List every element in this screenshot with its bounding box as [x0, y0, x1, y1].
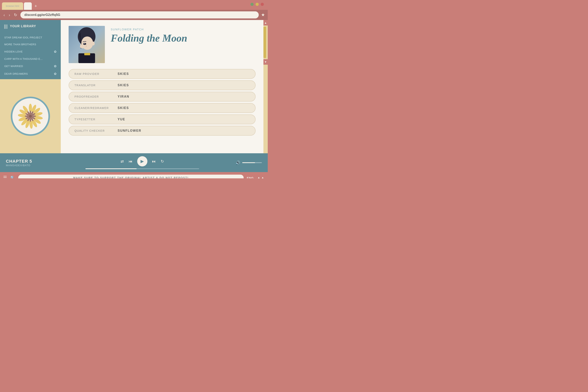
back-button[interactable]: ‹ [3, 12, 6, 18]
credits-table: RAW PROVIDER SKIES TRANSLATOR SKIES PROO… [68, 69, 256, 136]
status-message: MAKE SURE TO SUPPORT THE ORIGINAL ARTIST… [18, 175, 244, 178]
cover-illustration [68, 26, 105, 63]
status-bar: ☰ 🔍 MAKE SURE TO SUPPORT THE ORIGINAL AR… [0, 172, 268, 178]
credit-name-typesetter: YUE [118, 118, 125, 121]
shuffle-button[interactable]: ⇄ [120, 159, 124, 164]
sidebar: ||| YOUR LIBRARY STAR DREAM IDOL PROJECT… [0, 20, 61, 153]
address-input[interactable] [20, 11, 259, 18]
sidebar-list: STAR DREAM IDOL PROJECT MORE THAN BROTHE… [0, 32, 61, 79]
player-bar: CHAPTER 5 MANGADEX/BATO ⇄ ⏮ ▶ ⏭ ↻ 🔊 [0, 153, 268, 172]
volume-icon: 🔊 [236, 160, 240, 165]
refresh-button[interactable]: ↻ [13, 12, 18, 18]
controls-row: ⇄ ⏮ ▶ ⏭ ↻ [120, 156, 164, 166]
sidebar-item-label: CARP WITH A THOUSAND E... [4, 58, 43, 60]
repeat-button[interactable]: ↻ [161, 159, 164, 164]
credit-name-cleaner: SKIES [118, 106, 129, 110]
svg-point-26 [29, 115, 32, 118]
maximize-button[interactable] [256, 3, 259, 6]
heart-icon: ✿ [54, 64, 57, 68]
credit-name-translator: SKIES [118, 84, 129, 87]
content-panel: SUNFLOWER PATCH Folding the Moon RAW PRO… [61, 20, 264, 153]
sidebar-item-more-than[interactable]: MORE THAN BROTHERS [0, 41, 61, 48]
credit-row-typesetter: TYPESETTER YUE [68, 114, 256, 124]
manga-info: SUNFLOWER PATCH Folding the Moon [111, 26, 256, 63]
browser-window: browser.html + ‹ › ↻ ★ ||| YOUR LIBRARY [0, 0, 268, 178]
svg-point-34 [92, 42, 95, 46]
heart-icon: ✿ [54, 50, 57, 54]
sidebar-item-dear-dreamers[interactable]: DEAR DREAMERS ✿ [0, 70, 61, 78]
credit-row-translator: TRANSLATOR SKIES [68, 80, 256, 90]
sidebar-item-label: HIDDEN LOVE [4, 50, 23, 53]
credit-row-proofreader: PROOFREADER YIRAN [68, 92, 256, 102]
credit-name-proofreader: YIRAN [118, 95, 129, 98]
flower-svg [17, 102, 44, 130]
svg-rect-35 [84, 53, 90, 55]
previous-button[interactable]: ⏮ [128, 159, 132, 164]
tab-inactive[interactable]: browser.html [2, 2, 23, 10]
player-platform: MANGADEX/BATO [6, 164, 49, 167]
volume-area: 🔊 [236, 160, 262, 165]
window-controls [250, 3, 264, 6]
svg-point-30 [83, 43, 86, 45]
progress-bar[interactable] [86, 168, 199, 169]
credit-name-raw: SKIES [118, 72, 129, 76]
tab-active[interactable] [24, 2, 32, 10]
volume-slider[interactable] [242, 162, 262, 163]
player-info: CHAPTER 5 MANGADEX/BATO [6, 159, 49, 167]
scroll-thumb[interactable] [264, 27, 266, 58]
menu-button[interactable]: ☰ [3, 175, 7, 178]
forward-button[interactable]: › [8, 12, 11, 18]
credit-role-qc: QUALITY CHECKER [74, 129, 118, 132]
sidebar-item-carp[interactable]: CARP WITH A THOUSAND E... [0, 56, 61, 62]
search-button[interactable]: 🔍 [10, 176, 15, 178]
language-selector[interactable]: ENG [247, 176, 254, 178]
credit-row-raw: RAW PROVIDER SKIES [68, 69, 256, 79]
close-button[interactable] [261, 3, 264, 6]
wifi-icon: ▲▲ [257, 176, 264, 178]
sidebar-item-hidden-love[interactable]: HIDDEN LOVE ✿ [0, 48, 61, 56]
sidebar-item-star-dream[interactable]: STAR DREAM IDOL PROJECT [0, 34, 61, 41]
progress-fill [86, 168, 136, 169]
sidebar-item-label: GET MARRIED [4, 65, 23, 68]
credit-role-cleaner: CLEANER/REDRAWER [74, 106, 118, 110]
sidebar-flower-area [0, 79, 61, 153]
credit-role-raw: RAW PROVIDER [74, 72, 118, 76]
credit-name-qc: SUNFLOWER [118, 129, 141, 132]
scroll-up-button[interactable]: ▲ [264, 20, 268, 26]
bookmark-button[interactable]: ★ [261, 12, 265, 18]
sidebar-item-get-married[interactable]: GET MARRIED ✿ [0, 62, 61, 70]
sidebar-header: ||| YOUR LIBRARY [0, 20, 61, 32]
flower-logo [11, 97, 50, 136]
play-button[interactable]: ▶ [137, 156, 148, 166]
manga-header: SUNFLOWER PATCH Folding the Moon [68, 26, 256, 63]
credit-role-proofreader: PROOFREADER [74, 95, 118, 98]
manga-label: SUNFLOWER PATCH [111, 28, 256, 31]
minimize-button[interactable] [250, 3, 254, 6]
credit-row-qc: QUALITY CHECKER SUNFLOWER [68, 126, 256, 136]
sidebar-item-label: MORE THAN BROTHERS [4, 43, 36, 46]
scroll-down-button[interactable]: ▼ [264, 59, 268, 65]
tab-label: browser.html [6, 5, 19, 8]
volume-fill [242, 162, 255, 163]
main-area: ||| YOUR LIBRARY STAR DREAM IDOL PROJECT… [0, 20, 268, 153]
heart-icon: ✿ [54, 72, 57, 76]
sidebar-title: YOUR LIBRARY [10, 24, 36, 28]
tab-bar: browser.html + [0, 0, 268, 10]
scrollbar: ▲ ▼ [264, 20, 268, 153]
manga-title: Folding the Moon [111, 32, 256, 44]
manga-cover [68, 26, 105, 63]
player-chapter: CHAPTER 5 [6, 159, 49, 164]
player-controls: ⇄ ⏮ ▶ ⏭ ↻ [53, 156, 232, 169]
new-tab-button[interactable]: + [32, 2, 39, 10]
next-button[interactable]: ⏭ [152, 159, 156, 164]
sidebar-item-label: STAR DREAM IDOL PROJECT [4, 36, 42, 39]
library-icon: ||| [4, 24, 8, 29]
sidebar-item-label: DEAR DREAMERS [4, 72, 28, 75]
credit-row-cleaner: CLEANER/REDRAWER SKIES [68, 103, 256, 113]
address-bar-row: ‹ › ↻ ★ [0, 10, 268, 20]
svg-point-31 [84, 43, 85, 44]
credit-role-typesetter: TYPESETTER [74, 118, 118, 121]
credit-role-translator: TRANSLATOR [74, 84, 118, 87]
